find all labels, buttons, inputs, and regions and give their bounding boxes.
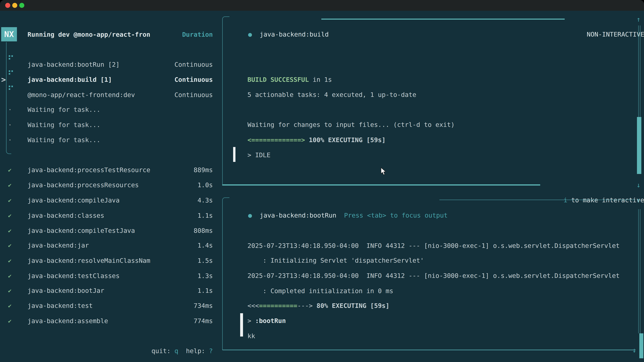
interactive-hint: i to make interactive [548,177,644,193]
task-row-done[interactable]: ✔ java-backend:compileTestJava 808ms [0,223,222,238]
scrollbar-thumb[interactable] [639,333,643,358]
task-name: java-backend:bootRun [2] [28,57,120,72]
quit-key: q [174,347,178,355]
terminal-cursor [233,147,236,162]
bootrun-input-line[interactable]: kk [232,313,255,329]
task-duration: 808ms [194,223,213,238]
task-status: Continuous [174,72,213,87]
bootrun-panel-title: java-backend:bootRun [260,212,336,219]
log-line: 2025-07-23T13:40:18.950-04:00 INFO 44312… [232,253,620,268]
scroll-up-arrow-icon[interactable]: ↑ [636,12,640,27]
check-icon: ✔ [8,313,18,329]
task-name: @mono-app/react-frontend:dev [28,87,135,102]
task-duration: 1.5s [198,253,213,268]
minimize-button[interactable] [12,3,17,8]
build-panel-header[interactable]: ● java-backend:build [233,12,329,27]
build-progress-line: <=============> 100% EXECUTING [59s] [232,117,386,132]
task-row-done[interactable]: ✔ java-backend:testClasses 1.3s [0,268,222,283]
prompt-text: IDLE [255,151,270,159]
quit-label: quit: [152,347,174,355]
check-icon: ✔ [8,162,18,177]
task-row-done[interactable]: ✔ java-backend:processTestResource 889ms [0,162,222,177]
task-name: java-backend:assemble [28,313,108,329]
close-button[interactable] [5,3,10,8]
sidebar-title: Running dev @mono-app/react-fron [28,27,150,42]
task-name: java-backend:testClasses [28,268,120,283]
spinner-icon [9,86,10,87]
scroll-down-arrow-icon[interactable]: ↓ [632,343,636,358]
progress-tail: ---> [297,302,313,309]
bootrun-panel-border-bottom [222,350,636,350]
task-status: Continuous [174,87,213,102]
build-summary-line: 5 actionable tasks: 4 executed, 1 up-to-… [232,72,416,87]
bootrun-progress-line: <<<==========---> 80% EXECUTING [59s] [232,283,390,298]
check-icon: ✔ [8,223,18,238]
sidebar-header: Running dev @mono-app/react-fron Duratio… [0,27,222,42]
terminal-window: NX Running dev @mono-app/react-fron Dura… [0,0,644,362]
task-row-frontend-dev[interactable]: @mono-app/react-frontend:dev Continuous [0,87,222,102]
waiting-bullet-icon: · [8,132,18,147]
task-row-waiting: · Waiting for task... [0,102,222,117]
task-row-build-selected[interactable]: java-backend:build [1] Continuous [0,72,222,87]
scrollbar-thumb[interactable] [637,117,641,174]
mouse-cursor-icon [380,167,388,176]
log-line: : Initializing Servlet 'dispatcherServle… [232,238,424,253]
task-row-done[interactable]: ✔ java-backend:test 734ms [0,298,222,313]
task-name: java-backend:processResources [28,177,139,193]
task-duration: 1.1s [198,208,213,223]
task-status: Continuous [174,57,213,72]
task-row-bootrun[interactable]: java-backend:bootRun [2] Continuous [0,57,222,72]
typed-input: kk [248,332,255,340]
bootrun-panel-border-corner [222,197,230,205]
build-panel-border-left [222,23,223,185]
bootrun-panel-header[interactable]: ● java-backend:bootRun Press <tab> to fo… [233,193,448,208]
task-row-done[interactable]: ✔ java-backend:bootJar 1.1s [0,283,222,298]
hint-gap [178,347,186,355]
hint-text: to make interactive [567,196,644,204]
mode-label: NON-INTERACTIVE [587,31,644,38]
task-row-done[interactable]: ✔ java-backend:classes 1.1s [0,208,222,223]
task-row-done[interactable]: ✔ java-backend:assemble 774ms [0,313,222,329]
waiting-bullet-icon: · [8,102,18,117]
build-waiting-line: Waiting for changes to input files... (c… [232,102,455,117]
spinner-icon [9,70,10,72]
scroll-up-arrow-icon[interactable]: ↑ [636,193,640,208]
build-panel-title: java-backend:build [260,31,329,38]
task-duration: 1.0s [198,177,213,193]
bootrun-prompt-line: > :bootRun [232,298,286,313]
check-icon: ✔ [8,298,18,313]
task-duration: 1.1s [198,283,213,298]
build-result-line: BUILD SUCCESSFUL in 1s [232,57,332,72]
task-name: java-backend:jar [28,238,89,253]
task-duration: 774ms [194,313,213,329]
waiting-label: Waiting for task... [28,102,100,117]
build-panel-header-rule [321,18,565,19]
build-panel-border-corner [222,16,230,24]
task-name: java-backend:processTestResource [28,162,150,177]
prompt-char: > [248,151,255,159]
task-row-done[interactable]: ✔ java-backend:processResources 1.0s [0,177,222,193]
scrollbar-track[interactable] [638,25,640,117]
waiting-bullet-icon: · [8,117,18,132]
task-duration: 889ms [194,162,213,177]
task-duration: 734ms [194,298,213,313]
check-icon: ✔ [8,193,18,208]
focus-output-hint: Press <tab> to focus output [344,212,448,219]
task-row-done[interactable]: ✔ java-backend:jar 1.4s [0,238,222,253]
check-icon: ✔ [8,208,18,223]
task-row-done[interactable]: ✔ java-backend:compileJava 4.3s [0,193,222,208]
prompt-text: :bootRun [255,317,286,325]
sidebar-footer: ← 1/2 → quit: q help: ? [0,344,222,359]
scroll-down-arrow-icon[interactable]: ↓ [636,177,640,193]
panel-bullet-icon: ● [248,212,252,219]
task-row-done[interactable]: ✔ java-backend:resolveMainClassNam 1.5s [0,253,222,268]
page-prev-arrow-icon[interactable]: ← [6,359,10,362]
summary-text: 5 actionable tasks: 4 executed, 1 up-to-… [248,91,416,98]
duration-column-header: Duration [182,27,213,42]
progress-label: 100% EXECUTING [59s] [305,136,386,144]
waiting-label: Waiting for task... [28,132,100,147]
bootrun-panel-header-rule [440,200,635,200]
check-icon: ✔ [8,253,18,268]
scrollbar-track[interactable] [638,209,640,333]
maximize-button[interactable] [19,3,24,8]
